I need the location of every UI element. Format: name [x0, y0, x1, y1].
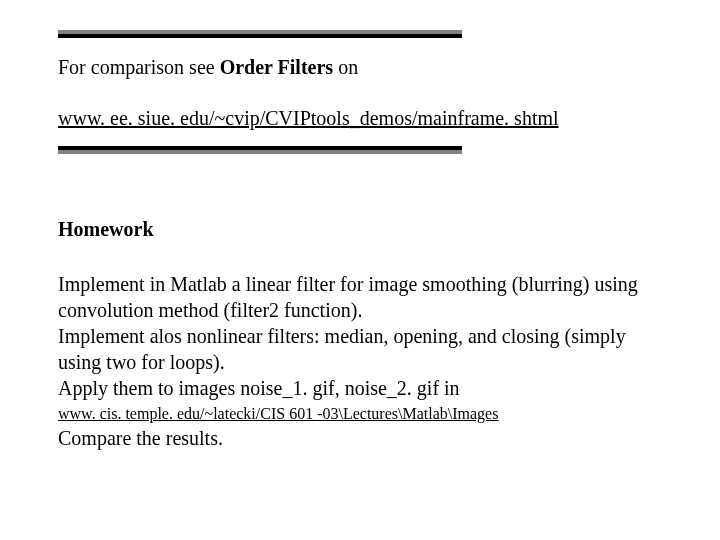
homework-title: Homework — [58, 218, 662, 241]
homework-link[interactable]: www. cis. temple. edu/~latecki/CIS 601 -… — [58, 405, 662, 423]
intro-suffix: on — [333, 56, 358, 78]
rule-black — [58, 34, 462, 38]
intro-section: For comparison see Order Filters on www.… — [58, 54, 662, 132]
intro-prefix: For comparison see — [58, 56, 220, 78]
slide: For comparison see Order Filters on www.… — [0, 0, 720, 540]
homework-body: Implement in Matlab a linear filter for … — [58, 271, 662, 401]
homework-final: Compare the results. — [58, 425, 662, 451]
intro-line: For comparison see Order Filters on — [58, 54, 662, 81]
rule-gray — [58, 150, 462, 154]
mid-rule — [58, 146, 662, 154]
intro-bold: Order Filters — [220, 56, 333, 78]
intro-link-line: www. ee. siue. edu/~cvip/CVIPtools_demos… — [58, 105, 662, 132]
intro-link[interactable]: www. ee. siue. edu/~cvip/CVIPtools_demos… — [58, 107, 559, 129]
